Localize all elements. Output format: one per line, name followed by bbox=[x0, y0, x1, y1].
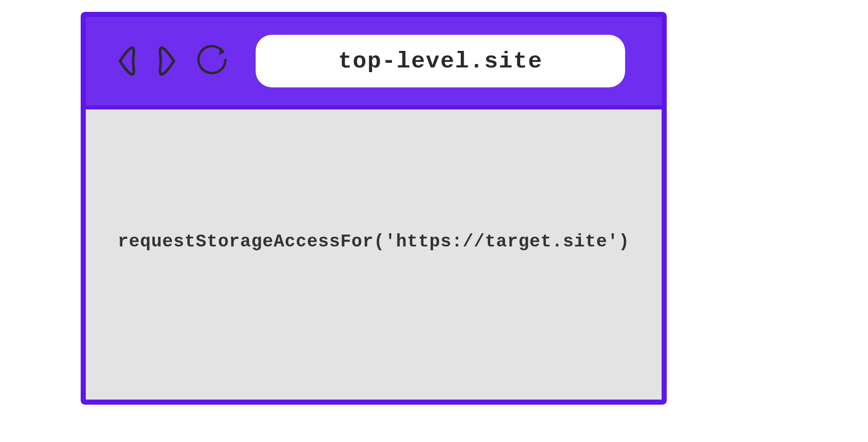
reload-icon[interactable] bbox=[194, 43, 230, 79]
browser-window: top-level.site requestStorageAccessFor('… bbox=[81, 12, 667, 405]
address-bar-url: top-level.site bbox=[338, 48, 543, 74]
diagram-stage: top-level.site requestStorageAccessFor('… bbox=[0, 0, 868, 442]
address-bar[interactable]: top-level.site bbox=[256, 35, 625, 87]
browser-toolbar: top-level.site bbox=[86, 17, 662, 109]
viewport-code-snippet: requestStorageAccessFor('https://target.… bbox=[118, 232, 629, 252]
browser-viewport: requestStorageAccessFor('https://target.… bbox=[86, 109, 662, 400]
forward-icon[interactable] bbox=[153, 44, 183, 78]
nav-icons-group bbox=[111, 43, 230, 79]
back-icon[interactable] bbox=[111, 44, 141, 78]
